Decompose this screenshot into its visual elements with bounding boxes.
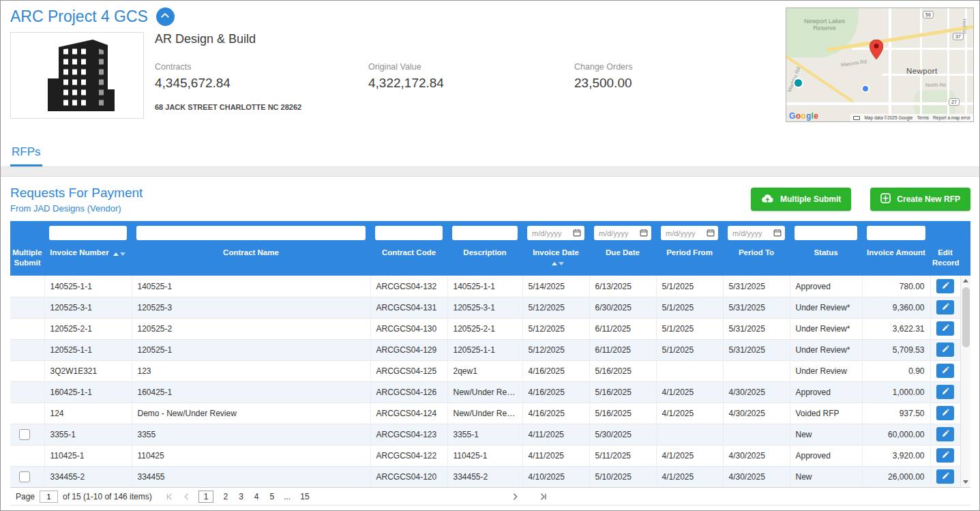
map-pin-icon[interactable] [870, 40, 883, 63]
description-cell: 120525-1-1 [447, 339, 522, 360]
col-description[interactable]: Description [447, 242, 522, 276]
multiple-submit-cell [10, 445, 44, 466]
period-to-cell: 4/30/2025 [723, 466, 790, 487]
google-logo[interactable]: Google [786, 111, 821, 121]
col-contract-name[interactable]: Contract Name [132, 242, 370, 276]
edit-record-button[interactable] [936, 279, 954, 293]
invoice-number-cell: 140525-1-1 [44, 276, 132, 297]
pencil-icon [942, 323, 949, 334]
table-row[interactable]: 124 Demo - New/Under Review ARCGCS04-124… [10, 403, 960, 424]
page-button[interactable]: 1 [198, 491, 214, 503]
first-page-button[interactable] [165, 493, 173, 501]
scrollbar-thumb[interactable] [962, 287, 970, 347]
edit-record-button[interactable] [936, 385, 954, 399]
collapse-button[interactable] [156, 8, 175, 26]
edit-record-button[interactable] [936, 342, 954, 357]
table-row[interactable]: 120525-2-1 120525-2 ARCGCS04-130 120525-… [10, 318, 960, 339]
scroll-down-button[interactable] [961, 477, 970, 487]
filter-period-from[interactable]: m/d/yyyy [661, 226, 718, 240]
column-header-row: Multiple Submit Invoice Number Contract … [10, 242, 970, 276]
page-button[interactable]: 3 [239, 492, 243, 501]
project-image [10, 32, 144, 119]
edit-record-button[interactable] [936, 427, 954, 441]
rfp-grid: m/d/yyyy m/d/yyyy m/d/yyyy m/d/yyyy Mult… [10, 221, 970, 506]
table-row[interactable]: 160425-1-1 160425-1 ARCGCS04-126 New/Und… [10, 381, 960, 403]
filter-contract-code[interactable] [375, 226, 443, 240]
col-due-date[interactable]: Due Date [589, 242, 656, 276]
period-to-cell: 4/30/2025 [723, 381, 790, 403]
table-row[interactable]: 334455-2 334455 ARCGCS04-120 334455-2 4/… [10, 466, 960, 487]
edit-record-button[interactable] [936, 448, 954, 463]
col-invoice-number[interactable]: Invoice Number [44, 242, 132, 276]
status-cell: Under Review* [790, 318, 862, 339]
edit-record-button[interactable] [936, 300, 954, 315]
row-checkbox[interactable] [19, 429, 30, 440]
col-contract-code[interactable]: Contract Code [370, 242, 447, 276]
filter-invoice-date[interactable]: m/d/yyyy [527, 226, 584, 240]
map-report-error-link[interactable]: Report a map error [933, 115, 970, 120]
invoice-amount-cell: 937.50 [862, 403, 930, 424]
edit-record-button[interactable] [936, 321, 954, 336]
tab-rfps[interactable]: RFPs [10, 140, 42, 166]
period-from-cell: 5/1/2025 [656, 276, 723, 297]
keyboard-shortcuts-icon[interactable] [853, 116, 860, 120]
col-invoice-amount[interactable]: Invoice Amount [862, 242, 930, 276]
page-number-input[interactable] [40, 491, 58, 503]
previous-page-button[interactable] [183, 493, 190, 501]
next-page-button[interactable] [512, 493, 519, 501]
period-from-cell: 4/1/2025 [656, 445, 723, 466]
description-cell: 140525-1-1 [447, 276, 522, 297]
calendar-icon[interactable] [707, 227, 715, 239]
filter-period-to[interactable]: m/d/yyyy [728, 226, 785, 240]
status-cell: Approved [790, 381, 862, 403]
table-row[interactable]: 120525-3-1 120525-3 ARCGCS04-131 120525-… [10, 297, 960, 318]
map-thumbnail[interactable]: Newport Lakes Reserve Newport Masons Rd … [786, 8, 974, 122]
filter-contract-name[interactable] [136, 226, 366, 240]
table-row[interactable]: 110425-1 110425 ARCGCS04-122 110425-1 4/… [10, 445, 960, 466]
table-row[interactable]: 120525-1-1 120525-1 ARCGCS04-129 120525-… [10, 339, 960, 360]
create-new-rfp-button[interactable]: Create New RFP [870, 188, 970, 211]
due-date-cell: 6/11/2025 [589, 339, 656, 360]
map-poi-icon[interactable] [861, 85, 870, 93]
filter-invoice-amount[interactable] [867, 226, 925, 240]
page-button[interactable]: 2 [223, 492, 228, 501]
calendar-icon[interactable] [640, 227, 648, 239]
table-row[interactable]: 3355-1 3355 ARCGCS04-123 3355-1 4/11/202… [10, 424, 960, 445]
due-date-cell: 6/13/2025 [589, 276, 656, 297]
table-row[interactable]: 140525-1-1 140525-1 ARCGCS04-132 140525-… [10, 276, 960, 297]
last-page-button[interactable] [539, 493, 548, 501]
filter-description[interactable] [452, 226, 518, 240]
map-attribution: Map data ©2025 Google Terms Report a map… [850, 114, 973, 121]
col-period-to[interactable]: Period To [723, 242, 790, 276]
filter-due-date[interactable]: m/d/yyyy [594, 226, 651, 240]
edit-record-cell [930, 403, 960, 424]
page-button[interactable]: 5 [270, 492, 275, 501]
calendar-icon[interactable] [773, 227, 782, 239]
grid-header: m/d/yyyy m/d/yyyy m/d/yyyy m/d/yyyy Mult… [10, 221, 970, 276]
period-from-cell: 5/1/2025 [656, 339, 723, 360]
vertical-scrollbar[interactable] [960, 276, 970, 487]
multiple-submit-button[interactable]: Multiple Submit [751, 188, 851, 211]
invoice-amount-cell: 3,920.00 [862, 445, 930, 466]
table-row[interactable]: 3Q2W1E321 123 ARCGCS04-125 2qew1 4/16/20… [10, 360, 960, 381]
edit-record-button[interactable] [936, 364, 954, 378]
calendar-icon[interactable] [573, 227, 581, 239]
sort-icons[interactable] [551, 258, 565, 268]
edit-record-button[interactable] [936, 469, 954, 484]
edit-record-button[interactable] [936, 406, 954, 420]
map-terms-link[interactable]: Terms [917, 115, 929, 120]
map-transit-icon[interactable] [793, 78, 803, 88]
col-status[interactable]: Status [790, 242, 862, 276]
filter-invoice-number[interactable] [49, 226, 127, 240]
contract-name-cell: 123 [132, 360, 370, 381]
invoice-number-cell: 124 [44, 403, 132, 424]
description-cell: 3355-1 [447, 424, 522, 445]
row-checkbox[interactable] [19, 471, 30, 482]
filter-status[interactable] [795, 226, 857, 240]
page-button[interactable]: 15 [300, 492, 309, 501]
col-period-from[interactable]: Period From [656, 242, 723, 276]
col-invoice-date[interactable]: Invoice Date [522, 242, 589, 276]
page-button[interactable]: 4 [254, 492, 259, 501]
scroll-up-button[interactable] [961, 276, 970, 286]
sort-icons[interactable] [113, 248, 126, 259]
